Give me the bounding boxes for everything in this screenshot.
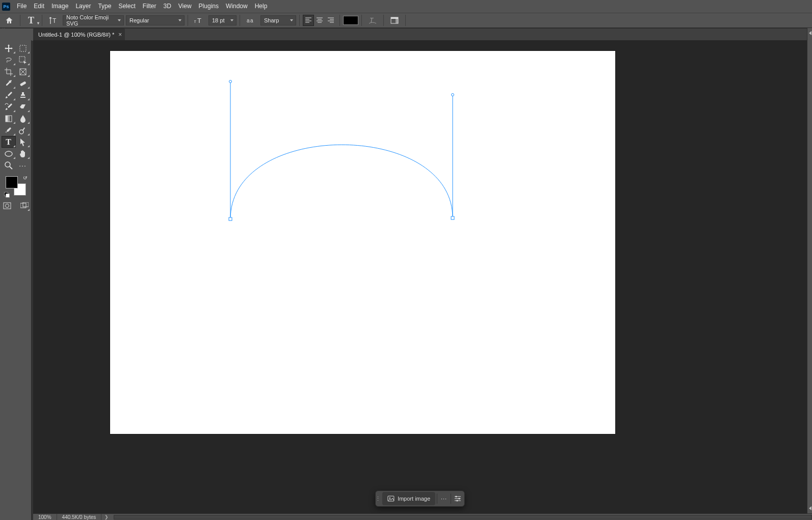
right-scroll-gutter[interactable] (807, 28, 812, 513)
font-size-value: 18 pt (212, 17, 224, 23)
warp-text-button[interactable]: T (365, 14, 380, 27)
svg-rect-8 (396, 19, 398, 23)
stamp-tool[interactable] (16, 89, 30, 101)
object-select-tool[interactable] (16, 54, 30, 66)
align-right-button[interactable] (325, 15, 336, 26)
dodge-tool[interactable] (16, 124, 30, 136)
brush-tool[interactable] (2, 89, 16, 101)
gradient-icon (5, 115, 12, 122)
status-zoom[interactable]: 100% (33, 514, 57, 520)
dodge-icon (19, 126, 27, 134)
menu-image[interactable]: Image (48, 0, 72, 13)
ctb-properties-button[interactable] (451, 495, 464, 502)
import-image-button[interactable]: Import image (382, 492, 435, 505)
text-color-swatch[interactable] (343, 16, 358, 25)
zoom-tool[interactable] (2, 159, 16, 171)
menu-type[interactable]: Type (94, 0, 115, 13)
status-bar: 100% 440.5K/0 bytes ❯ (33, 513, 812, 520)
ctb-drag-handle[interactable]: ⋮ (376, 491, 381, 506)
healing-icon (19, 79, 27, 88)
antialias-dropdown[interactable]: Sharp (260, 15, 296, 25)
h-scrollbar[interactable] (114, 515, 812, 519)
blur-tool[interactable] (16, 113, 30, 124)
align-left-button[interactable] (303, 15, 314, 26)
menu-view[interactable]: View (175, 0, 195, 13)
more-icon: ··· (441, 496, 447, 502)
document-tab[interactable]: Untitled-1 @ 100% (RGB/8#) * × (33, 29, 125, 40)
menu-3d[interactable]: 3D (160, 0, 174, 13)
svg-point-21 (5, 204, 9, 207)
align-center-button[interactable] (314, 15, 325, 26)
color-swatches[interactable]: ↺ (6, 176, 26, 196)
antialias-icon-button[interactable]: aa (243, 14, 258, 27)
font-size-icon-button[interactable]: TT (191, 14, 206, 27)
menu-filter[interactable]: Filter (139, 0, 160, 13)
font-family-dropdown[interactable]: Noto Color Emoji SVG (63, 15, 124, 25)
tool-preset-button[interactable]: T ▾ (23, 14, 39, 27)
menu-plugins[interactable]: Plugins (195, 0, 222, 13)
antialias-value: Sharp (264, 17, 279, 23)
text-orientation-button[interactable]: T (45, 14, 61, 27)
text-align-group (303, 15, 336, 26)
ellipse-icon (5, 150, 13, 157)
marquee-tool[interactable] (16, 42, 30, 54)
anchor-point-1[interactable] (229, 217, 232, 221)
frame-tool[interactable] (16, 66, 30, 77)
svg-rect-12 (19, 81, 26, 86)
svg-point-19 (5, 162, 10, 167)
character-panel-button[interactable] (387, 14, 402, 27)
separator (361, 15, 362, 26)
handle-2[interactable] (451, 93, 454, 96)
default-colors-button[interactable] (4, 192, 9, 197)
separator (188, 15, 188, 26)
history-brush-tool[interactable] (2, 101, 16, 113)
move-tool[interactable] (2, 42, 16, 54)
separator (42, 15, 42, 26)
gradient-tool[interactable] (2, 113, 16, 124)
status-doc-info[interactable]: 440.5K/0 bytes (57, 514, 102, 520)
swap-icon[interactable]: ↺ (22, 175, 28, 181)
pen-tool[interactable] (2, 124, 16, 136)
foreground-swatch[interactable] (6, 176, 18, 188)
menu-window[interactable]: Window (222, 0, 251, 13)
menu-help[interactable]: Help (251, 0, 271, 13)
ctb-more-button[interactable]: ··· (437, 496, 451, 502)
menu-edit[interactable]: Edit (30, 0, 48, 13)
separator (20, 15, 20, 26)
lasso-icon (5, 56, 13, 64)
font-size-dropdown[interactable]: 18 pt (208, 15, 237, 25)
orientation-icon: T (49, 16, 58, 25)
crop-tool[interactable] (2, 66, 16, 77)
zoom-icon (5, 161, 13, 170)
eyedropper-tool[interactable] (2, 77, 16, 89)
type-tool[interactable]: T (2, 136, 16, 148)
anchor-point-2[interactable] (451, 216, 455, 220)
handle-1[interactable] (229, 80, 232, 83)
hand-tool[interactable] (16, 148, 30, 159)
eraser-icon (19, 103, 27, 111)
status-flyout-button[interactable]: ❯ (101, 514, 112, 519)
home-button[interactable] (2, 14, 17, 27)
svg-rect-9 (20, 45, 26, 51)
eraser-tool[interactable] (16, 101, 30, 113)
screenmode-button[interactable] (19, 200, 30, 211)
move-icon (5, 44, 13, 52)
quickmask-button[interactable] (2, 200, 13, 211)
menu-file[interactable]: File (13, 0, 30, 13)
pen-path (110, 51, 615, 434)
svg-point-29 (459, 498, 460, 500)
close-tab-button[interactable]: × (118, 32, 122, 38)
healing-tool[interactable] (16, 77, 30, 89)
lasso-tool[interactable] (2, 54, 16, 66)
path-select-tool[interactable] (16, 136, 30, 148)
menu-layer[interactable]: Layer (72, 0, 94, 13)
contextual-task-bar[interactable]: ⋮ Import image ··· (375, 490, 465, 507)
font-style-dropdown[interactable]: Regular (126, 15, 185, 25)
document-tab-bar: Untitled-1 @ 100% (RGB/8#) * × (33, 28, 807, 40)
shape-tool[interactable] (2, 148, 16, 159)
workspace[interactable]: ⋮ Import image ··· (33, 40, 807, 513)
edit-toolbar-button[interactable]: ··· (16, 159, 30, 171)
menu-select[interactable]: Select (115, 0, 139, 13)
canvas[interactable] (110, 51, 615, 434)
app-logo: Ps (2, 3, 10, 11)
